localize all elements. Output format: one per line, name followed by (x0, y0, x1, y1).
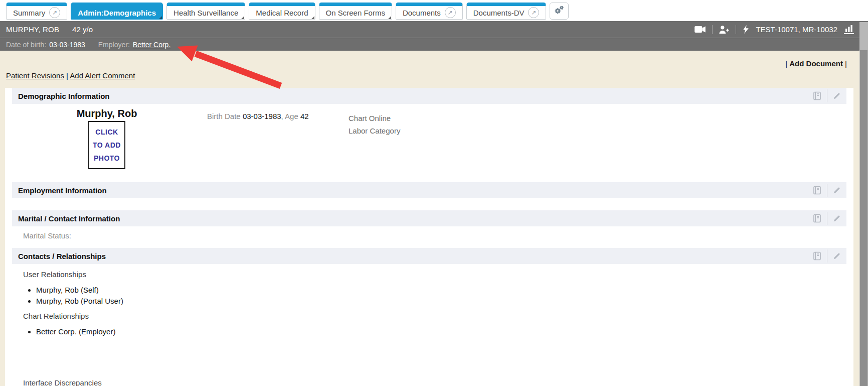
page-content: | Add Document | Patient Revisions | Add… (0, 51, 868, 386)
section-actions (812, 248, 841, 264)
tab-health-surveillance-label: Health Surveillance (173, 9, 238, 17)
add-document-row: | Add Document | (0, 51, 868, 68)
section-actions (812, 210, 841, 226)
patient-header-actions: TEST-10071, MR-10032 (695, 25, 856, 34)
audit-log-icon[interactable] (812, 91, 822, 101)
tab-admin-demographics-label: Admin:Demographics (78, 9, 156, 17)
patient-age: 42 y/o (72, 25, 93, 34)
divider (736, 25, 736, 34)
pipe-separator: | (785, 59, 787, 68)
video-camera-icon[interactable] (695, 26, 706, 33)
section-title: Demographic Information (18, 92, 110, 100)
audit-log-icon[interactable] (812, 185, 822, 195)
birth-date-label: Birth Date (207, 112, 241, 120)
section-demographic-information: Demographic Information (12, 88, 846, 104)
section-actions (812, 182, 841, 198)
add-document-link[interactable]: Add Document (789, 59, 843, 68)
tab-menu-corner (159, 16, 162, 19)
open-new-window-icon[interactable]: ↗ (49, 7, 60, 18)
section-title: Employment Information (18, 186, 107, 195)
photo-line: PHOTO (94, 152, 120, 165)
divider (827, 184, 827, 197)
add-person-icon[interactable] (719, 26, 729, 34)
patient-revisions-link[interactable]: Patient Revisions (6, 71, 64, 80)
chart-relationships-title: Chart Relationships (23, 312, 853, 320)
edit-pencil-icon[interactable] (832, 91, 841, 100)
employer-label: Employer: (98, 41, 130, 49)
tab-settings-button[interactable] (550, 3, 569, 20)
open-new-window-icon[interactable]: ↗ (528, 7, 539, 18)
patient-record-ids: TEST-10071, MR-10032 (756, 25, 837, 34)
pipe-separator: | (845, 59, 847, 68)
section-actions (812, 88, 841, 104)
dob-value: 03-03-1983 (49, 41, 85, 49)
birth-date-value: 03-03-1983 (243, 112, 281, 120)
patient-subheader-bar: Date of birth: 03-03-1983 Employer: Bett… (0, 38, 868, 51)
tab-documents-dv[interactable]: Documents-DV ↗ (466, 3, 547, 20)
dob-label: Date of birth: (6, 41, 46, 49)
birth-date-line: Birth Date 03-03-1983, Age 42 (207, 112, 309, 120)
tab-menu-corner (311, 16, 314, 19)
section-title: Marital / Contact Information (18, 214, 120, 223)
tab-health-surveillance[interactable]: Health Surveillance (166, 3, 245, 20)
chart-relationships-list: Better Corp. (Employer) (18, 327, 853, 336)
pipe-separator: | (66, 71, 68, 80)
section-title: Contacts / Relationships (18, 252, 106, 261)
user-relationships-list: Murphy, Rob (Self) Murphy, Rob (Portal U… (18, 286, 853, 306)
patient-display-name: Murphy, Rob (69, 108, 144, 119)
age-label: , Age (281, 112, 298, 120)
demographic-content: Murphy, Rob CLICK TO ADD PHOTO Birth Dat… (5, 104, 853, 182)
patient-name: MURPHY, ROB (6, 25, 59, 34)
open-new-window-icon[interactable]: ↗ (445, 7, 456, 18)
gears-icon (554, 5, 565, 18)
tab-menu-corner (388, 16, 391, 19)
photo-line: CLICK (95, 125, 118, 139)
list-item: Murphy, Rob (Portal User) (36, 297, 853, 306)
tab-documents[interactable]: Documents ↗ (396, 3, 463, 20)
marital-status-label: Marital Status: (23, 231, 71, 240)
demographics-card: Demographic Information Murphy, Rob C (5, 88, 853, 386)
audit-log-icon[interactable] (812, 251, 822, 261)
add-photo-placeholder[interactable]: CLICK TO ADD PHOTO (88, 121, 125, 169)
tab-medical-record[interactable]: Medical Record (249, 3, 315, 20)
patient-header-bar: MURPHY, ROB 42 y/o TEST-10071, MR-10032 (0, 21, 868, 38)
chart-status-column: Chart Online Labor Category (349, 112, 400, 137)
tab-summary[interactable]: Summary ↗ (6, 3, 67, 20)
labor-category-label: Labor Category (349, 124, 400, 137)
divider (827, 249, 827, 263)
clipped-bottom-text: Interface Discrepancies (23, 378, 853, 386)
list-item: Better Corp. (Employer) (36, 327, 853, 336)
tab-on-screen-forms[interactable]: On Screen Forms (319, 3, 392, 20)
divider (827, 89, 827, 102)
section-marital-contact-information: Marital / Contact Information (12, 210, 846, 226)
section-contacts-relationships: Contacts / Relationships (12, 248, 846, 264)
section-employment-information: Employment Information (12, 182, 846, 198)
tab-documents-label: Documents (403, 9, 441, 17)
audit-log-icon[interactable] (812, 213, 822, 223)
tab-summary-label: Summary (13, 9, 45, 17)
tab-documents-dv-label: Documents-DV (473, 9, 525, 17)
user-relationships-title: User Relationships (23, 270, 853, 279)
tab-bar: Summary ↗ Admin:Demographics Health Surv… (0, 0, 868, 21)
divider (827, 212, 827, 225)
scrollbar-thumb[interactable] (860, 50, 867, 386)
patient-links-row: Patient Revisions | Add Alert Comment (0, 68, 868, 80)
edit-pencil-icon[interactable] (832, 186, 841, 195)
chart-online-label: Chart Online (349, 112, 400, 124)
add-alert-comment-link[interactable]: Add Alert Comment (70, 71, 135, 80)
photo-line: TO ADD (93, 139, 121, 152)
edit-pencil-icon[interactable] (832, 251, 841, 261)
age-value: 42 (300, 112, 309, 120)
employer-link[interactable]: Better Corp. (133, 41, 170, 49)
divider (712, 25, 713, 34)
tab-on-screen-forms-label: On Screen Forms (326, 9, 385, 17)
list-item: Murphy, Rob (Self) (36, 286, 853, 295)
lightning-bolt-icon[interactable] (743, 25, 749, 34)
bar-chart-icon[interactable] (844, 25, 854, 34)
edit-pencil-icon[interactable] (832, 214, 841, 223)
vertical-scrollbar[interactable] (859, 22, 868, 386)
tab-admin-demographics[interactable]: Admin:Demographics (71, 3, 163, 20)
tab-medical-record-label: Medical Record (256, 9, 308, 17)
tab-menu-corner (241, 16, 244, 19)
